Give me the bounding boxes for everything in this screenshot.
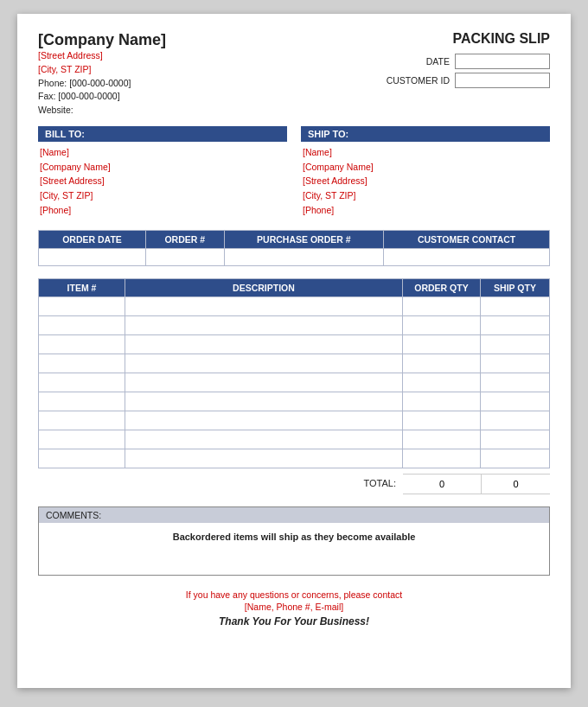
customer-id-input[interactable] xyxy=(455,73,550,88)
company-info: [Company Name] [Street Address] [City, S… xyxy=(38,31,166,118)
col-order-qty: ORDER QTY xyxy=(403,278,481,296)
item-ship-qty-cell xyxy=(481,334,550,354)
footer-line1: If you have any questions or concerns, p… xyxy=(38,589,550,600)
company-name: [Company Name] xyxy=(38,31,166,49)
item-num-cell xyxy=(39,449,125,468)
col-purchase-order: PURCHASE ORDER # xyxy=(224,230,384,248)
item-desc-cell xyxy=(125,449,403,468)
item-num-cell xyxy=(39,296,125,315)
bill-to-street: [Street Address] xyxy=(38,174,287,188)
col-order-date: ORDER DATE xyxy=(39,230,146,248)
item-num-cell xyxy=(39,354,125,373)
item-ship-qty-cell xyxy=(481,296,550,315)
footer-line2: [Name, Phone #, E-mail] xyxy=(38,602,550,612)
item-num-cell xyxy=(39,430,125,449)
bill-ship-section: BILL TO: [Name] [Company Name] [Street A… xyxy=(38,126,550,218)
company-street: [Street Address] xyxy=(38,49,166,63)
packing-slip-title: PACKING SLIP xyxy=(380,31,550,47)
bill-to-box: BILL TO: [Name] [Company Name] [Street A… xyxy=(38,126,287,218)
item-order-qty-cell xyxy=(403,296,481,315)
total-order-qty: 0 xyxy=(403,474,481,494)
item-row xyxy=(39,392,550,411)
order-num-cell xyxy=(145,248,224,265)
items-table: ITEM # DESCRIPTION ORDER QTY SHIP QTY xyxy=(38,278,550,468)
ship-to-box: SHIP TO: [Name] [Company Name] [Street A… xyxy=(301,126,550,218)
customer-id-row: CUSTOMER ID xyxy=(380,73,550,88)
ship-to-name: [Name] xyxy=(301,145,550,160)
item-desc-cell xyxy=(125,296,403,315)
header: [Company Name] [Street Address] [City, S… xyxy=(38,31,550,118)
item-order-qty-cell xyxy=(403,449,481,468)
col-item-num: ITEM # xyxy=(39,278,125,296)
item-ship-qty-cell xyxy=(481,449,550,468)
item-ship-qty-cell xyxy=(481,430,550,449)
item-desc-cell xyxy=(125,373,403,392)
ship-to-phone: [Phone] xyxy=(301,203,550,218)
customer-id-label: CUSTOMER ID xyxy=(380,75,450,86)
customer-contact-cell xyxy=(384,248,550,265)
item-row xyxy=(39,430,550,449)
date-row: DATE xyxy=(380,54,550,69)
item-ship-qty-cell xyxy=(481,392,550,411)
date-input[interactable] xyxy=(455,54,550,69)
item-ship-qty-cell xyxy=(481,373,550,392)
item-desc-cell xyxy=(125,430,403,449)
order-table: ORDER DATE ORDER # PURCHASE ORDER # CUST… xyxy=(38,230,550,266)
item-row xyxy=(39,354,550,373)
item-order-qty-cell xyxy=(403,392,481,411)
bill-to-header: BILL TO: xyxy=(38,126,287,142)
item-order-qty-cell xyxy=(403,315,481,334)
item-order-qty-cell xyxy=(403,411,481,430)
item-desc-cell xyxy=(125,392,403,411)
item-ship-qty-cell xyxy=(481,411,550,430)
ship-to-city: [City, ST ZIP] xyxy=(301,188,550,203)
item-row xyxy=(39,411,550,430)
item-row xyxy=(39,373,550,392)
item-row xyxy=(39,449,550,468)
col-ship-qty: SHIP QTY xyxy=(481,278,550,296)
item-row xyxy=(39,296,550,315)
col-customer-contact: CUSTOMER CONTACT xyxy=(384,230,550,248)
total-row: TOTAL: 0 0 xyxy=(38,474,550,494)
item-num-cell xyxy=(39,334,125,354)
header-right: PACKING SLIP DATE CUSTOMER ID xyxy=(380,31,550,88)
company-city: [City, ST ZIP] xyxy=(38,63,166,77)
order-date-cell xyxy=(39,248,146,265)
ship-to-company: [Company Name] xyxy=(301,160,550,175)
item-desc-cell xyxy=(125,354,403,373)
item-row xyxy=(39,334,550,354)
item-order-qty-cell xyxy=(403,334,481,354)
bill-to-city: [City, ST ZIP] xyxy=(38,188,287,203)
item-order-qty-cell xyxy=(403,354,481,373)
col-order-num: ORDER # xyxy=(145,230,224,248)
col-description: DESCRIPTION xyxy=(125,278,403,296)
bill-to-name: [Name] xyxy=(38,145,287,160)
ship-to-street: [Street Address] xyxy=(301,174,550,188)
item-num-cell xyxy=(39,373,125,392)
company-fax: Fax: [000-000-0000] xyxy=(38,90,166,104)
item-num-cell xyxy=(39,392,125,411)
comments-header: COMMENTS: xyxy=(39,507,549,523)
order-data-row xyxy=(39,248,550,265)
total-label: TOTAL: xyxy=(57,474,403,494)
item-order-qty-cell xyxy=(403,430,481,449)
comments-box: COMMENTS: Backordered items will ship as… xyxy=(38,506,550,576)
purchase-order-cell xyxy=(224,248,384,265)
footer-thanks: Thank You For Your Business! xyxy=(38,615,550,627)
date-customer-fields: DATE CUSTOMER ID xyxy=(380,54,550,88)
date-label: DATE xyxy=(380,56,450,67)
bill-to-company: [Company Name] xyxy=(38,160,287,175)
item-ship-qty-cell xyxy=(481,315,550,334)
total-ship-qty: 0 xyxy=(481,474,550,494)
item-desc-cell xyxy=(125,315,403,334)
bill-to-phone: [Phone] xyxy=(38,203,287,218)
item-order-qty-cell xyxy=(403,373,481,392)
comments-body: Backordered items will ship as they beco… xyxy=(39,523,549,575)
item-num-cell xyxy=(39,315,125,334)
ship-to-header: SHIP TO: xyxy=(301,126,550,142)
footer: If you have any questions or concerns, p… xyxy=(38,589,550,627)
company-website: Website: xyxy=(38,104,166,118)
item-desc-cell xyxy=(125,411,403,430)
company-phone: Phone: [000-000-0000] xyxy=(38,77,166,91)
item-ship-qty-cell xyxy=(481,354,550,373)
